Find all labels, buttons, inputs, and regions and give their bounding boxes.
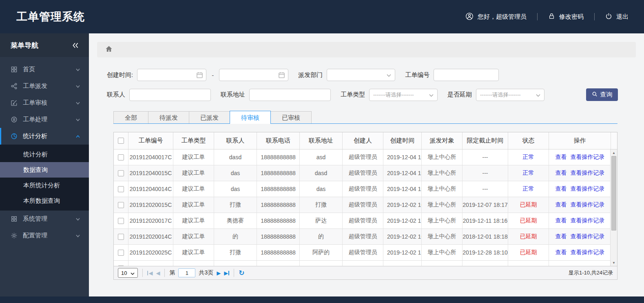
tab-dispatched[interactable]: 已派发 [189,111,230,123]
home-icon[interactable] [105,45,113,54]
contact-label: 联系人 [107,91,125,99]
sidebar-subitem-branch-data-query[interactable]: 本所数据查询 [0,193,89,209]
row-checkbox[interactable] [118,202,124,208]
table-row: 201912020017C建议工单奥德赛18888888888萨达超级管理员20… [114,213,610,229]
view-log-link[interactable]: 查看操作记录 [571,201,605,209]
view-link[interactable]: 查看 [555,233,567,240]
topbar-actions: 您好，超级管理员 修改密码 退出 [465,12,629,22]
sidebar-item-statistics[interactable]: 统计分析 [0,128,89,145]
address-cell: 打撒 [300,197,343,213]
page-number-input[interactable] [178,268,195,277]
chevron-down-icon [131,270,135,276]
pagination-divider [234,269,234,277]
creator-cell: 超级管理员 [343,197,383,213]
row-checkbox[interactable] [118,186,124,192]
sidebar-item-review[interactable]: 工单审核 [0,94,89,111]
view-link[interactable]: 查看 [555,169,567,177]
tab-reviewed[interactable]: 已审核 [270,111,312,123]
address-cell: das [300,181,343,197]
last-page-button[interactable]: ▶ [224,270,229,276]
row-checkbox[interactable] [118,234,124,240]
dispatch-target-cell: 墩上中心所 [422,245,463,260]
sidebar-subitem-data-query[interactable]: 数据查询 [0,162,89,178]
row-checkbox-cell [114,261,128,266]
next-page-button[interactable]: ▶ [217,270,221,276]
contact-input[interactable] [129,89,211,101]
view-log-link[interactable]: 查看操作记录 [571,233,605,240]
view-log-link[interactable]: 查看操作记录 [571,249,605,256]
dispatch-target-cell: 墩上中心所 [422,213,463,228]
table-scrollbar[interactable]: ▲ ▼ [610,149,617,266]
row-checkbox-cell [114,213,128,228]
change-password-button[interactable]: 修改密码 [548,13,584,21]
address-input[interactable] [249,89,331,101]
row-checkbox[interactable] [118,266,124,266]
collapse-sidebar-button[interactable] [72,42,79,48]
view-link[interactable]: 查看 [555,249,567,256]
order-type-cell: 建议工单 [173,213,214,228]
row-checkbox-cell [114,149,128,165]
row-checkbox[interactable] [118,250,124,256]
scroll-up-icon[interactable]: ▲ [611,150,617,156]
create-time-start-input[interactable] [137,69,206,81]
order-no-label: 工单编号 [405,71,429,79]
delay-label: 是否延期 [447,91,472,99]
view-log-link[interactable]: 查看操作记录 [571,154,605,161]
logout-button[interactable]: 退出 [605,13,629,21]
calendar-icon[interactable] [278,72,285,79]
view-link[interactable]: 查看 [555,154,567,161]
search-form-row-1: 创建时间: - 派发部门 工单编号 [107,69,618,81]
refresh-icon[interactable]: ↻ [239,270,244,277]
sidebar-item-system[interactable]: 系统管理 [0,211,89,227]
delay-select[interactable]: -------请选择------- [476,89,544,101]
actions-cell: 查看查看操作记录 [549,245,610,260]
sidebar-subitem-branch-statistics[interactable]: 本所统计分析 [0,178,89,193]
scrollbar-thumb[interactable] [611,156,616,231]
dispatch-dept-select[interactable] [327,69,395,81]
contact-cell: 打撒 [214,197,257,213]
prev-page-button[interactable]: ◀ [156,270,160,276]
creator-cell: 超级管理员 [343,245,383,260]
search-button[interactable]: 查询 [586,88,618,101]
view-link[interactable]: 查看 [555,201,567,209]
table-row: 201912040017C建议工单dasd18888888888asd超级管理员… [114,149,610,165]
phone-cell: 18888888888 [257,197,300,213]
page-size-value: 10 [121,270,127,276]
tab-pending-dispatch[interactable]: 待派发 [148,111,189,123]
order-type-select[interactable]: -------请选择------- [369,89,438,101]
view-log-link[interactable]: 查看操作记录 [571,169,605,177]
row-checkbox[interactable] [118,218,124,224]
results-panel: 全部 待派发 已派发 待审核 已审核 工单编号 工单类型 联系人 联系电话 联系… [113,111,617,280]
order-no-cell: 201912040015C [128,165,173,181]
table-row: 201912040014C建议工单das18888888888das超级管理员2… [114,181,610,197]
calendar-icon[interactable] [196,72,203,79]
sidebar-item-config[interactable]: 配置管理 [0,227,89,244]
sidebar-item-home[interactable]: 首页 [0,61,89,78]
view-log-link[interactable]: 查看操作记录 [571,185,605,193]
main-content: 创建时间: - 派发部门 工单编号 联系人 联系地址 [89,33,644,296]
sidebar-item-label: 工单审核 [23,99,47,107]
app-title: 工单管理系统 [16,9,85,24]
create-time-end-input[interactable] [219,69,288,81]
sidebar-item-process[interactable]: 工单处理 [0,111,89,128]
tab-pending-review[interactable]: 待审核 [230,111,271,124]
row-checkbox[interactable] [118,170,124,176]
tab-all[interactable]: 全部 [113,111,148,123]
view-link[interactable]: 查看 [555,217,567,224]
first-page-button[interactable]: ◀ [147,270,153,276]
view-log-link[interactable]: 查看操作记录 [571,217,605,224]
order-type-cell: 建议工单 [173,165,214,181]
scroll-down-icon[interactable]: ▼ [611,260,617,266]
view-link[interactable]: 查看 [555,185,567,193]
search-button-label: 查询 [600,91,613,99]
column-header: 状态 [508,132,549,149]
search-form-row-2: 联系人 联系地址 工单类型 -------请选择------- 是否延期 ---… [107,88,618,101]
sidebar-item-dispatch[interactable]: 工单派发 [0,78,89,94]
select-all-checkbox[interactable] [118,138,124,144]
row-checkbox[interactable] [118,154,124,160]
status-cell: 已延期 [508,213,549,228]
chevron-down-icon [75,216,81,222]
order-no-input[interactable] [434,69,499,81]
sidebar-subitem-statistics-analysis[interactable]: 统计分析 [0,147,89,162]
page-size-select[interactable]: 10 [118,268,138,278]
